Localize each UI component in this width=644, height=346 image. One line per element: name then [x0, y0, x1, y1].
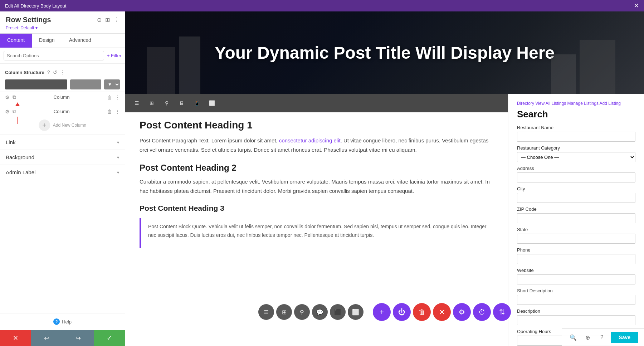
background-accordion-header[interactable]: Background ▾ — [0, 150, 125, 165]
ct-mobile-icon[interactable]: 📱 — [190, 97, 203, 109]
ft-grid-button[interactable]: ⊞ — [276, 304, 292, 320]
column-row-1: ⚙ ⧉ Column 🗑 ⋮ — [0, 92, 125, 102]
save-search-icon[interactable]: 🔍 — [568, 332, 579, 343]
admin-label-label: Admin Label — [6, 169, 35, 175]
search-options-input[interactable] — [4, 51, 104, 60]
breadcrumb-manage-listings[interactable]: Manage Listings — [567, 101, 599, 106]
top-bar-title: Edit All Directory Body Layout — [5, 3, 66, 9]
close-icon[interactable]: ✕ — [634, 3, 639, 9]
ft-search-button[interactable]: ⚲ — [294, 304, 310, 320]
panel-header: Row Settings ⊙ ⊞ ⋮ Preset: Default — [0, 11, 125, 34]
confirm-button[interactable]: ✓ — [94, 330, 125, 346]
background-label: Background — [6, 154, 34, 160]
search-options-bar: + Filter — [0, 48, 125, 64]
description-input[interactable] — [517, 315, 635, 325]
help-button[interactable]: ? Help — [0, 313, 125, 330]
breadcrumb-directory-view[interactable]: Directory View — [517, 101, 545, 106]
admin-label-accordion-header[interactable]: Admin Label ▾ — [0, 165, 125, 180]
zip-code-input[interactable] — [517, 213, 635, 223]
blockquote-text: Post Content Block Quote. Vehicula velit… — [148, 223, 487, 240]
reset-icon[interactable]: ↺ — [53, 69, 57, 75]
left-panel: Row Settings ⊙ ⊞ ⋮ Preset: Default Conte… — [0, 11, 125, 346]
phone-input[interactable] — [517, 254, 635, 264]
col-delete-icon-1[interactable]: 🗑 — [107, 94, 112, 100]
address-input[interactable] — [517, 172, 635, 182]
website-input[interactable] — [517, 274, 635, 284]
post-heading-1: Post Content Heading 1 — [140, 120, 494, 131]
ct-tablet-icon[interactable]: ⬜ — [205, 97, 218, 109]
ct-search-icon[interactable]: ⚲ — [160, 97, 173, 109]
col-label-2: Column — [19, 109, 104, 114]
city-input[interactable] — [517, 193, 635, 203]
save-help-icon[interactable]: ? — [596, 332, 607, 343]
panel-title: Row Settings — [6, 16, 51, 24]
col-more-icon-1[interactable]: ⋮ — [115, 94, 120, 100]
tab-advanced[interactable]: Advanced — [62, 34, 98, 48]
hero-banner: Your Dynamic Post Title Will Display Her… — [125, 11, 644, 94]
ct-monitor-icon[interactable]: 🖥 — [175, 97, 188, 109]
short-description-input[interactable] — [517, 295, 635, 305]
col-delete-icon-2[interactable]: 🗑 — [107, 109, 112, 114]
undo-button[interactable]: ↩ — [31, 330, 62, 346]
col-layout-select[interactable]: ▼ — [104, 79, 120, 89]
filter-button[interactable]: + Filter — [107, 53, 121, 58]
zip-code-label: ZIP Code — [517, 206, 635, 212]
ft-settings-button[interactable]: ⚙ — [453, 303, 471, 321]
restaurant-name-input[interactable] — [517, 132, 635, 142]
link-accordion-header[interactable]: Link ▾ — [0, 135, 125, 150]
add-column-button[interactable]: + — [39, 120, 50, 131]
breadcrumb-all-listings[interactable]: All Listings — [546, 101, 566, 106]
preset-label[interactable]: Preset: Default — [6, 25, 119, 30]
col-duplicate-icon-2[interactable]: ⧉ — [13, 108, 16, 114]
ft-menu-button[interactable]: ☰ — [258, 304, 274, 320]
more-options-icon[interactable]: ⋮ — [60, 69, 65, 75]
help-icon[interactable]: ? — [47, 69, 50, 75]
cancel-button[interactable]: ✕ — [0, 330, 31, 346]
col-label-1: Column — [19, 94, 104, 100]
content-toolbar: ☰ ⊞ ⚲ 🖥 📱 ⬜ — [125, 94, 508, 112]
ft-sort-button[interactable]: ⇅ — [493, 303, 511, 321]
breadcrumb-add-listing[interactable]: Add Listing — [600, 101, 621, 106]
panel-title-icons: ⊙ ⊞ ⋮ — [97, 16, 119, 23]
post-heading-2: Post Content Heading 2 — [140, 163, 494, 173]
main-layout: Row Settings ⊙ ⊞ ⋮ Preset: Default Conte… — [0, 11, 644, 346]
ft-add-button[interactable]: + — [373, 303, 391, 321]
add-column-area: + Add New Column — [35, 116, 90, 135]
ft-chat-button[interactable]: 💬 — [312, 304, 328, 320]
phone-label: Phone — [517, 247, 635, 253]
tab-content[interactable]: Content — [0, 34, 32, 48]
column-row-2: ⚙ ⧉ Column 🗑 ⋮ — [0, 106, 125, 117]
layout-icon[interactable]: ⊞ — [105, 16, 110, 23]
more-icon[interactable]: ⋮ — [113, 16, 119, 23]
ct-grid-icon[interactable]: ⊞ — [145, 97, 158, 109]
column-structure-section: Column Structure ? ↺ ⋮ — [0, 67, 125, 77]
col-bar-wide — [5, 79, 67, 89]
post-p1-link[interactable]: consectetur adipiscing elit — [279, 137, 341, 143]
website-label: Website — [517, 268, 635, 273]
ft-mobile-button[interactable]: ⬜ — [348, 304, 364, 320]
ft-trash-button[interactable]: 🗑 — [413, 303, 431, 321]
ft-power-button[interactable]: ⏻ — [393, 303, 411, 321]
save-button[interactable]: Save — [611, 332, 638, 343]
ft-desktop-button[interactable]: ⬛ — [330, 304, 346, 320]
red-arrow-area: ⚙ ⧉ Column 🗑 ⋮ + Add New Column — [0, 102, 125, 135]
col-duplicate-icon-1[interactable]: ⧉ — [13, 94, 16, 100]
tab-design[interactable]: Design — [32, 34, 62, 48]
restaurant-name-label: Restaurant Name — [517, 125, 635, 130]
post-paragraph-2: Curabitur a commodo sapien, at pellentes… — [140, 177, 494, 195]
ft-close-button[interactable]: ✕ — [433, 303, 451, 321]
col-more-icon-2[interactable]: ⋮ — [115, 109, 120, 114]
state-input[interactable] — [517, 234, 635, 244]
save-layers-icon[interactable]: ⊕ — [582, 332, 593, 343]
col-settings-icon-2[interactable]: ⚙ — [5, 109, 10, 114]
redo-button[interactable]: ↪ — [63, 330, 94, 346]
col-settings-icon-1[interactable]: ⚙ — [5, 94, 10, 100]
ct-menu-icon[interactable]: ☰ — [130, 97, 143, 109]
post-heading-3: Post Content Heading 3 — [140, 204, 494, 213]
restaurant-category-select[interactable]: — Choose One — — [517, 152, 635, 162]
restaurant-category-label: Restaurant Category — [517, 145, 635, 151]
search-section-title: Search — [517, 109, 635, 120]
ft-timer-button[interactable]: ⏱ — [473, 303, 491, 321]
panel-title-row: Row Settings ⊙ ⊞ ⋮ — [6, 16, 119, 24]
focus-icon[interactable]: ⊙ — [97, 16, 102, 23]
